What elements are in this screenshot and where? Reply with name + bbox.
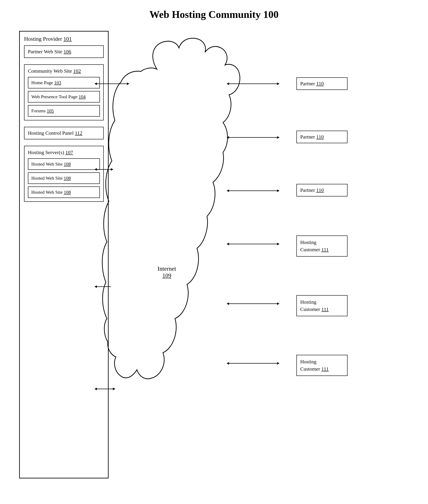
hosting-customer-box-2: HostingCustomer 111 [296, 295, 347, 316]
community-web-site-container: Community Web Site 102 Home Page 103 Web… [24, 64, 104, 120]
svg-marker-4 [111, 168, 113, 171]
svg-marker-16 [227, 136, 229, 139]
svg-marker-25 [227, 302, 229, 305]
hosting-customer-box-3: HostingCustomer 111 [296, 355, 347, 376]
svg-marker-21 [277, 243, 279, 245]
svg-marker-9 [113, 388, 115, 390]
svg-marker-22 [227, 243, 229, 245]
svg-marker-28 [227, 362, 229, 365]
web-presence-tool-box: Web Presence Tool Page 104 [28, 91, 100, 102]
hosted-web-site-box-2: Hosted Web Site 108 [28, 172, 100, 184]
home-page-box: Home Page 103 [28, 77, 100, 88]
page-title: Web Hosting Community 100 [13, 8, 415, 20]
hosted-web-site-box-3: Hosted Web Site 108 [28, 186, 100, 198]
partner-box-3: Partner 110 [296, 184, 347, 196]
partner-box-2: Partner 110 [296, 131, 347, 143]
hosting-provider-box: Hosting Provider 101 Partner Web Site 10… [19, 31, 109, 479]
hosting-control-panel-box: Hosting Control Panel 112 [24, 127, 104, 139]
svg-marker-12 [277, 83, 279, 85]
hosted-web-site-box-1: Hosted Web Site 108 [28, 158, 100, 170]
partner-web-site-box: Partner Web Site 106 [24, 45, 104, 58]
svg-marker-13 [227, 83, 229, 85]
hosting-customer-box-1: HostingCustomer 111 [296, 235, 347, 257]
svg-marker-27 [277, 362, 279, 365]
svg-marker-24 [277, 302, 279, 305]
partner-box-1: Partner 110 [296, 77, 347, 90]
forums-box: Forums 105 [28, 105, 100, 117]
hosting-servers-container: Hosting Server(s) 107 Hosted Web Site 10… [24, 146, 104, 202]
svg-marker-1 [127, 83, 129, 85]
community-web-site-label: Community Web Site 102 [28, 68, 100, 74]
internet-label: Internet109 [157, 265, 176, 279]
svg-marker-15 [277, 136, 279, 139]
svg-marker-19 [227, 189, 229, 192]
svg-marker-18 [277, 189, 279, 192]
hosting-servers-label: Hosting Server(s) 107 [28, 150, 100, 155]
hosting-provider-label: Hosting Provider 101 [24, 36, 104, 42]
